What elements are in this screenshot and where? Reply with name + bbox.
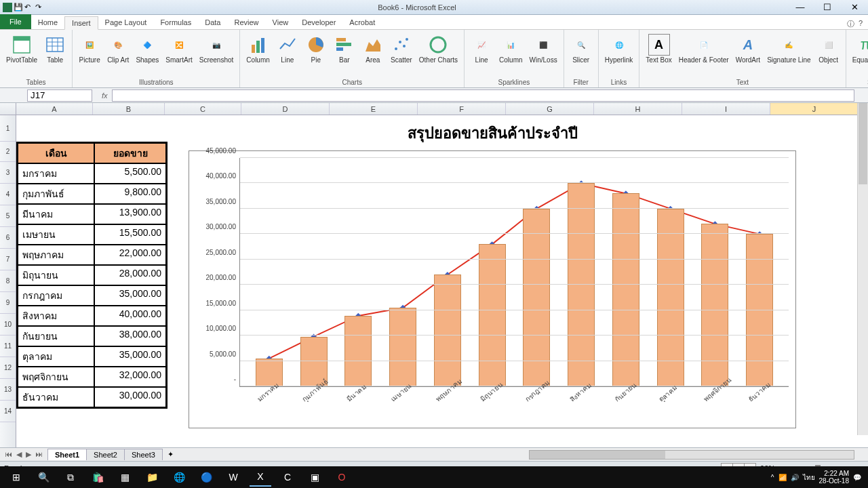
cell-value[interactable]: 32,000.00 xyxy=(94,367,166,387)
cell-value[interactable]: 28,000.00 xyxy=(94,265,166,285)
cell-value[interactable]: 30,000.00 xyxy=(94,387,166,407)
row-header[interactable]: 8 xyxy=(0,270,16,292)
column-header[interactable]: C xyxy=(165,103,241,115)
tray-language[interactable]: ไทย xyxy=(803,472,815,483)
cell-value[interactable]: 40,000.00 xyxy=(94,306,166,326)
sheet-tab[interactable]: Sheet2 xyxy=(86,449,125,460)
tray-volume-icon[interactable]: 🔊 xyxy=(791,474,799,481)
row-header[interactable]: 5 xyxy=(0,205,16,227)
formula-input[interactable] xyxy=(112,89,854,102)
column-header[interactable]: F xyxy=(418,103,506,115)
cell-value[interactable]: 13,900.00 xyxy=(94,204,166,224)
column-header[interactable]: A xyxy=(16,103,93,115)
signature-line-button[interactable]: ✍️Signature Line xyxy=(765,33,813,65)
row-header[interactable]: 2 xyxy=(0,142,16,162)
cell-value[interactable]: 22,000.00 xyxy=(94,245,166,265)
column-header[interactable]: B xyxy=(93,103,165,115)
scatter-chart-button[interactable]: Scatter xyxy=(389,33,414,65)
table-row[interactable]: มีนาคม13,900.00 xyxy=(18,204,166,224)
cell-month[interactable]: กุมภาพันธ์ xyxy=(18,184,94,204)
chart-bar[interactable] xyxy=(746,234,773,386)
hyperlink-button[interactable]: 🌐Hyperlink xyxy=(603,33,635,65)
column-header[interactable]: I xyxy=(682,103,770,115)
row-header[interactable]: 12 xyxy=(0,357,16,379)
pivottable-button[interactable]: PivotTable xyxy=(4,33,39,65)
redo-icon[interactable]: ↷ xyxy=(35,3,45,12)
edge-icon[interactable]: 🌐 xyxy=(168,468,190,487)
screenshot-button[interactable]: 📷Screenshot xyxy=(197,33,236,65)
file-tab[interactable]: File xyxy=(0,14,31,29)
select-all-corner[interactable] xyxy=(0,103,16,115)
row-header[interactable]: 14 xyxy=(0,401,16,422)
sheet-nav-last-icon[interactable]: ⏭ xyxy=(33,450,45,459)
chart-bar[interactable] xyxy=(434,274,461,386)
table-button[interactable]: Table xyxy=(42,33,68,65)
chrome-icon[interactable]: 🔵 xyxy=(195,468,217,487)
cell-month[interactable]: มกราคม xyxy=(18,163,94,184)
sheet-tab[interactable]: Sheet1 xyxy=(47,449,87,460)
tab-home[interactable]: Home xyxy=(31,16,64,29)
app-icon[interactable]: ▣ xyxy=(304,468,326,487)
tab-view[interactable]: View xyxy=(266,16,296,29)
chart-bar[interactable] xyxy=(389,308,416,386)
slicer-button[interactable]: 🔍Slicer xyxy=(568,33,594,65)
row-header[interactable]: 13 xyxy=(0,379,16,401)
cell-month[interactable]: เมษายน xyxy=(18,224,94,245)
pie-chart-button[interactable]: Pie xyxy=(303,33,329,65)
minimize-ribbon-icon[interactable]: ⓘ xyxy=(847,19,854,29)
column-header[interactable]: D xyxy=(241,103,330,115)
row-header[interactable]: 6 xyxy=(0,227,16,249)
tab-page-layout[interactable]: Page Layout xyxy=(98,16,154,29)
help-icon[interactable]: ? xyxy=(859,19,863,29)
opera-icon[interactable]: O xyxy=(331,468,353,487)
column-header[interactable]: H xyxy=(594,103,682,115)
table-row[interactable]: มกราคม5,500.00 xyxy=(18,163,166,184)
chart-bar[interactable] xyxy=(344,316,372,386)
row-header[interactable]: 3 xyxy=(0,162,16,184)
word-icon[interactable]: W xyxy=(222,468,244,487)
area-chart-button[interactable]: Area xyxy=(360,33,386,65)
tab-developer[interactable]: Developer xyxy=(295,16,342,29)
cell-value[interactable]: 35,000.00 xyxy=(94,285,166,306)
textbox-button[interactable]: AText Box xyxy=(644,33,673,65)
object-button[interactable]: ⬜Object xyxy=(816,33,842,65)
cell-value[interactable]: 9,800.00 xyxy=(94,184,166,204)
cell-month[interactable]: สิงหาคม xyxy=(18,306,94,326)
task-view-icon[interactable]: ⧉ xyxy=(60,468,81,487)
tab-formulas[interactable]: Formulas xyxy=(153,16,198,29)
row-header[interactable]: 9 xyxy=(0,292,16,314)
sheet-tab[interactable]: Sheet3 xyxy=(124,449,163,460)
cell-value[interactable]: 5,500.00 xyxy=(94,163,166,184)
cell-month[interactable]: พฤษภาคม xyxy=(18,245,94,265)
start-button[interactable]: ⊞ xyxy=(5,468,27,487)
tray-expand-icon[interactable]: ^ xyxy=(771,474,774,481)
table-row[interactable]: เมษายน15,500.00 xyxy=(18,224,166,245)
tab-data[interactable]: Data xyxy=(198,16,227,29)
row-header[interactable]: 4 xyxy=(0,184,16,205)
line-chart-button[interactable]: Line xyxy=(275,33,300,65)
cell-month[interactable]: กันยายน xyxy=(18,326,94,346)
chart-bar[interactable] xyxy=(701,224,728,386)
cell-month[interactable]: พฤศจิกายน xyxy=(18,367,94,387)
sparkline-line-button[interactable]: 📈Line xyxy=(469,33,494,65)
minimize-button[interactable]: — xyxy=(787,0,814,15)
undo-icon[interactable]: ↶ xyxy=(24,3,34,12)
table-header-month[interactable]: เดือน xyxy=(18,143,94,163)
maximize-button[interactable]: ☐ xyxy=(814,0,841,15)
apps-icon[interactable]: ▦ xyxy=(114,468,136,487)
shapes-button[interactable]: 🔷Shapes xyxy=(134,33,161,65)
cell-month[interactable]: ธันวาคม xyxy=(18,387,94,407)
sparkline-column-button[interactable]: 📊Column xyxy=(497,33,524,65)
chart-bar[interactable] xyxy=(612,193,639,386)
tab-acrobat[interactable]: Acrobat xyxy=(342,16,382,29)
sheet-nav-first-icon[interactable]: ⏮ xyxy=(3,450,14,459)
tray-network-icon[interactable]: 📶 xyxy=(778,474,787,481)
name-box[interactable] xyxy=(27,89,92,102)
vertical-scrollbar[interactable] xyxy=(857,103,868,435)
close-button[interactable]: ✕ xyxy=(841,0,868,15)
clipart-button[interactable]: 🎨Clip Art xyxy=(105,33,131,65)
column-chart-button[interactable]: Column xyxy=(244,33,271,65)
sparkline-winloss-button[interactable]: ⬛Win/Loss xyxy=(528,33,559,65)
table-row[interactable]: พฤศจิกายน32,000.00 xyxy=(18,367,166,387)
camtasia-icon[interactable]: C xyxy=(277,468,298,487)
